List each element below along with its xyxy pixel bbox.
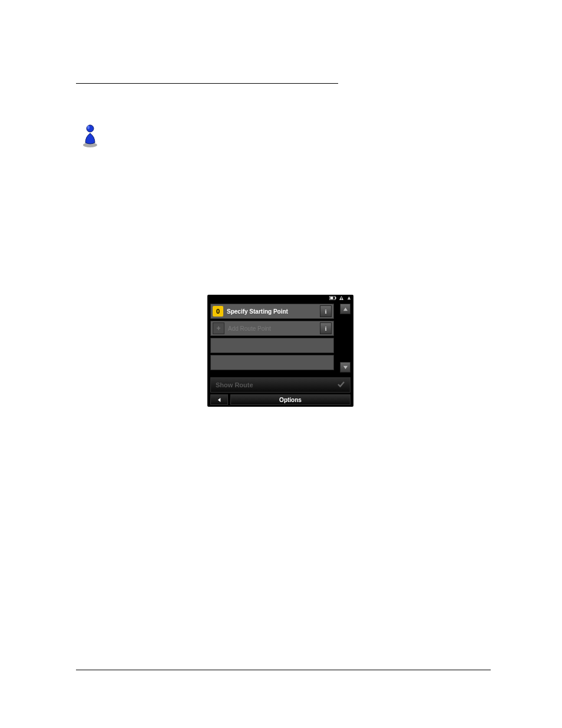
warning-icon [339,295,344,302]
svg-rect-5 [341,297,342,299]
svg-rect-4 [335,297,336,299]
horizontal-rule-bottom [76,670,491,670]
route-row-add[interactable]: + Add Route Point i [210,321,334,336]
options-label: Options [279,397,302,403]
scroll-down-button[interactable] [340,362,351,373]
info-icon[interactable]: i [320,322,332,334]
back-button[interactable] [210,394,228,405]
route-row-label: Add Route Point [228,325,316,332]
svg-point-1 [87,126,90,129]
bottom-bar: Options [210,394,351,405]
scroll-up-button[interactable] [340,304,351,314]
nav-device-screenshot: 0 Specify Starting Point i + Add Route P… [207,295,353,407]
status-bar [207,295,353,302]
info-icon[interactable]: i [320,305,332,317]
check-icon [337,380,345,390]
pawn-icon [80,123,100,147]
route-row-empty [210,338,334,353]
show-route-button[interactable]: Show Route [210,377,351,393]
document-page: 0 Specify Starting Point i + Add Route P… [0,0,562,728]
battery-icon [329,296,336,301]
route-points-list: 0 Specify Starting Point i + Add Route P… [210,304,351,370]
horizontal-rule-top [76,83,338,84]
scroll-column [340,304,351,373]
svg-rect-3 [330,297,333,299]
svg-rect-6 [341,299,342,299]
show-route-label: Show Route [216,381,253,388]
route-index-badge: 0 [213,306,223,317]
satellite-icon [346,295,352,302]
route-row-empty [210,355,334,370]
options-button[interactable]: Options [230,394,351,405]
route-row-label: Specify Starting Point [227,308,316,315]
route-row-start[interactable]: 0 Specify Starting Point i [210,304,334,319]
plus-icon: + [213,322,224,334]
